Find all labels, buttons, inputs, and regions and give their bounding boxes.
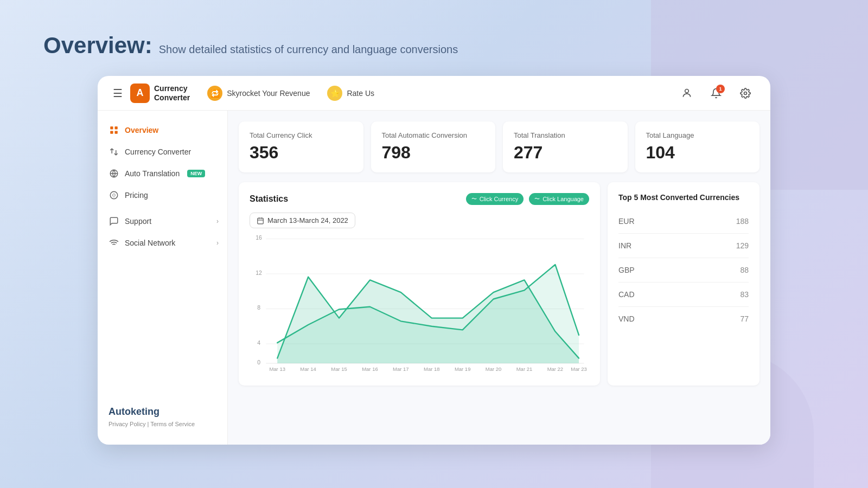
pricing-label: Pricing (125, 191, 148, 200)
support-icon (108, 216, 119, 227)
svg-rect-3 (115, 126, 118, 129)
pricing-icon (108, 190, 119, 201)
overview-icon (108, 125, 119, 136)
chart-header: Statistics 〜 Click Currency 〜 Click Lang… (250, 193, 589, 205)
currency-code-vnd: VND (618, 314, 635, 323)
currency-row-inr: INR 129 (618, 234, 749, 258)
logo-icon: A (130, 84, 150, 103)
chart-title: Statistics (250, 194, 288, 204)
logo-area: A Currency Converter (130, 84, 190, 103)
currencies-title: Top 5 Most Converted Currencies (618, 193, 749, 202)
date-filter-btn[interactable]: March 13-March 24, 2022 (250, 213, 355, 228)
svg-text:12: 12 (256, 270, 262, 276)
page-subtitle: Show detailed statistics of currency and… (159, 43, 458, 56)
svg-text:8: 8 (257, 305, 260, 311)
svg-text:Mar 19: Mar 19 (455, 366, 470, 372)
privacy-link[interactable]: Privacy Policy (108, 421, 145, 427)
sidebar-item-currency-converter[interactable]: Currency Converter (98, 141, 227, 163)
autoketing-logo: Autoketing (108, 406, 216, 418)
sidebar-links: Privacy Policy | Terms of Service (108, 421, 216, 427)
header-actions: 1 (677, 84, 755, 103)
legend-click-language[interactable]: 〜 Click Language (529, 193, 589, 205)
stat-label-currency-click: Total Currency Click (250, 131, 353, 139)
header-nav: 🔁 Skyrocket Your Revenue ⭐ Rate Us (207, 86, 677, 101)
sidebar-item-support[interactable]: Support › (98, 210, 227, 232)
skyrocket-icon: 🔁 (207, 86, 222, 101)
currency-row-vnd: VND 77 (618, 307, 749, 331)
settings-btn[interactable] (736, 84, 755, 103)
calendar-icon (257, 217, 264, 224)
chart-legends: 〜 Click Currency 〜 Click Language (466, 193, 589, 205)
sidebar-item-overview[interactable]: Overview (98, 119, 227, 141)
statistics-chart: 16 12 8 4 0 Mar 13 (250, 234, 589, 375)
svg-text:Mar 14: Mar 14 (300, 366, 316, 372)
stat-value-translation: 277 (514, 143, 617, 163)
currency-code-gbp: GBP (618, 266, 635, 274)
svg-point-1 (744, 92, 747, 94)
currency-row-gbp: GBP 88 (618, 258, 749, 282)
currencies-card: Top 5 Most Converted Currencies EUR 188 … (608, 182, 760, 386)
svg-rect-4 (110, 131, 113, 134)
rate-us-btn[interactable]: ⭐ Rate Us (327, 86, 374, 101)
wave-icon-1: 〜 (471, 195, 477, 203)
hamburger-icon[interactable]: ☰ (113, 87, 123, 100)
currency-converter-label: Currency Converter (125, 147, 191, 156)
svg-point-0 (685, 89, 689, 93)
svg-text:16: 16 (256, 235, 262, 241)
currency-count-cad: 83 (740, 290, 749, 299)
svg-text:4: 4 (257, 340, 260, 346)
stat-card-language: Total Language 104 (635, 121, 760, 172)
svg-text:Mar 22: Mar 22 (547, 366, 563, 372)
currency-count-inr: 129 (736, 241, 749, 250)
svg-point-7 (110, 191, 118, 199)
app-body: Overview Currency Converter Auto Transla… (98, 111, 770, 445)
logo-text: Currency Converter (154, 84, 190, 102)
currency-converter-icon (108, 146, 119, 157)
support-chevron: › (216, 217, 219, 225)
svg-text:Mar 16: Mar 16 (362, 366, 378, 372)
stat-label-language: Total Language (646, 131, 749, 139)
stats-row: Total Currency Click 356 Total Automatic… (239, 121, 760, 172)
social-network-label: Social Network (125, 239, 175, 247)
content-row: Statistics 〜 Click Currency 〜 Click Lang… (239, 182, 760, 386)
terms-link[interactable]: Terms of Service (150, 421, 195, 427)
stat-card-currency-click: Total Currency Click 356 (239, 121, 363, 172)
currency-row-cad: CAD 83 (618, 282, 749, 307)
sidebar-item-auto-translation[interactable]: Auto Translation NEW (98, 163, 227, 184)
notification-btn[interactable]: 1 (706, 84, 726, 103)
currency-count-gbp: 88 (740, 266, 749, 274)
currency-code-cad: CAD (618, 290, 635, 299)
social-network-icon (108, 237, 119, 248)
wave-icon-2: 〜 (534, 195, 540, 203)
legend-click-currency[interactable]: 〜 Click Currency (466, 193, 524, 205)
svg-text:Mar 18: Mar 18 (424, 366, 439, 372)
svg-text:0: 0 (257, 359, 260, 365)
social-chevron: › (216, 239, 219, 247)
svg-rect-8 (258, 218, 264, 224)
notif-badge: 1 (716, 85, 725, 93)
date-filter-label: March 13-March 24, 2022 (267, 216, 348, 224)
currency-count-vnd: 77 (740, 314, 749, 323)
currency-count-eur: 188 (736, 217, 749, 226)
page-title: Overview: (43, 33, 152, 59)
sidebar-item-pricing[interactable]: Pricing (98, 184, 227, 206)
stat-card-translation: Total Translation 277 (503, 121, 628, 172)
currency-row-eur: EUR 188 (618, 209, 749, 234)
skyrocket-revenue-btn[interactable]: 🔁 Skyrocket Your Revenue (207, 86, 310, 101)
user-icon-btn[interactable] (677, 84, 697, 103)
stat-label-translation: Total Translation (514, 131, 617, 139)
new-badge: NEW (187, 170, 205, 177)
stat-label-auto-conversion: Total Automatic Conversion (382, 131, 485, 139)
rate-us-label: Rate Us (347, 89, 374, 98)
skyrocket-label: Skyrocket Your Revenue (227, 89, 310, 98)
auto-translation-label: Auto Translation (125, 169, 180, 178)
stat-value-auto-conversion: 798 (382, 143, 485, 163)
app-card: ☰ A Currency Converter 🔁 Skyrocket Your … (98, 76, 770, 445)
overview-label: Overview (125, 126, 158, 134)
star-icon: ⭐ (327, 86, 342, 101)
svg-text:Mar 23: Mar 23 (571, 366, 586, 372)
svg-text:Mar 15: Mar 15 (331, 366, 347, 372)
sidebar-footer: Autoketing Privacy Policy | Terms of Ser… (98, 397, 227, 436)
sidebar-item-social-network[interactable]: Social Network › (98, 232, 227, 254)
stat-value-currency-click: 356 (250, 143, 353, 163)
